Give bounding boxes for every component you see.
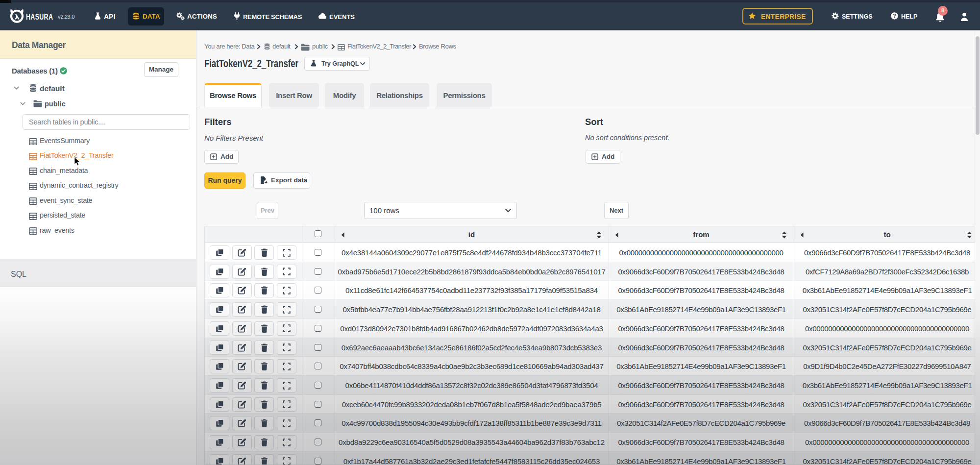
svg-text:?: ? <box>893 13 896 19</box>
